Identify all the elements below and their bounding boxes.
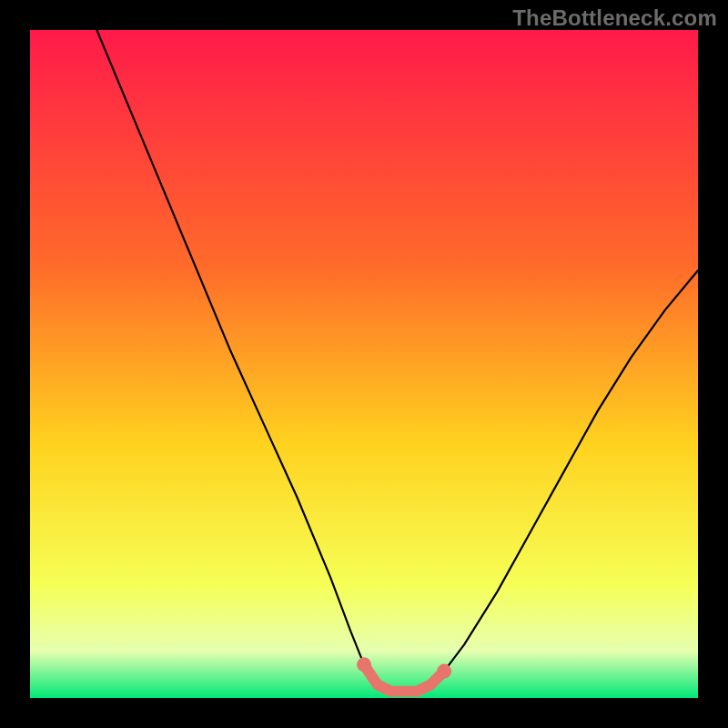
gradient-background	[30, 30, 698, 698]
chart-frame: TheBottleneck.com	[0, 0, 728, 728]
highlight-dot	[437, 664, 451, 679]
highlight-dot	[357, 657, 371, 672]
chart-svg	[30, 30, 698, 698]
watermark-text: TheBottleneck.com	[512, 5, 717, 31]
plot-area	[30, 30, 698, 698]
